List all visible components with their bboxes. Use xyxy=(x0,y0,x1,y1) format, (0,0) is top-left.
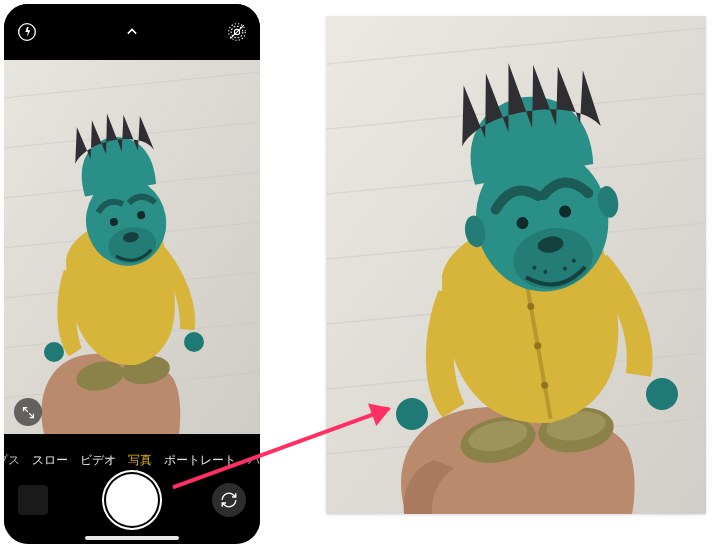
svg-point-39 xyxy=(646,378,678,410)
mode-pano[interactable]: パノ xyxy=(248,452,260,469)
iphone-camera-screen: プス スロー ビデオ 写真 ポートレート パノ xyxy=(4,4,260,544)
last-photo-thumbnail[interactable] xyxy=(18,485,48,515)
flash-icon[interactable] xyxy=(16,21,38,43)
svg-line-4 xyxy=(230,25,243,38)
svg-point-15 xyxy=(44,342,64,362)
camera-bottom-controls xyxy=(4,470,260,530)
mode-video[interactable]: ビデオ xyxy=(80,452,116,469)
svg-point-16 xyxy=(184,332,204,352)
shutter-button[interactable] xyxy=(106,474,158,526)
camera-top-bar xyxy=(4,4,260,60)
camera-viewfinder[interactable] xyxy=(4,60,260,434)
home-indicator[interactable] xyxy=(85,536,179,540)
mode-portrait[interactable]: ポートレート xyxy=(164,452,236,469)
mode-timelapse[interactable]: プス xyxy=(4,452,20,469)
camera-flip-icon[interactable] xyxy=(212,483,246,517)
mode-photo[interactable]: 写真 xyxy=(128,452,152,469)
chevron-up-icon[interactable] xyxy=(121,21,143,43)
expand-icon[interactable] xyxy=(14,398,42,426)
mode-slomo[interactable]: スロー xyxy=(32,452,68,469)
svg-point-38 xyxy=(396,398,428,430)
result-photo xyxy=(326,16,706,514)
live-photo-off-icon[interactable] xyxy=(226,21,248,43)
